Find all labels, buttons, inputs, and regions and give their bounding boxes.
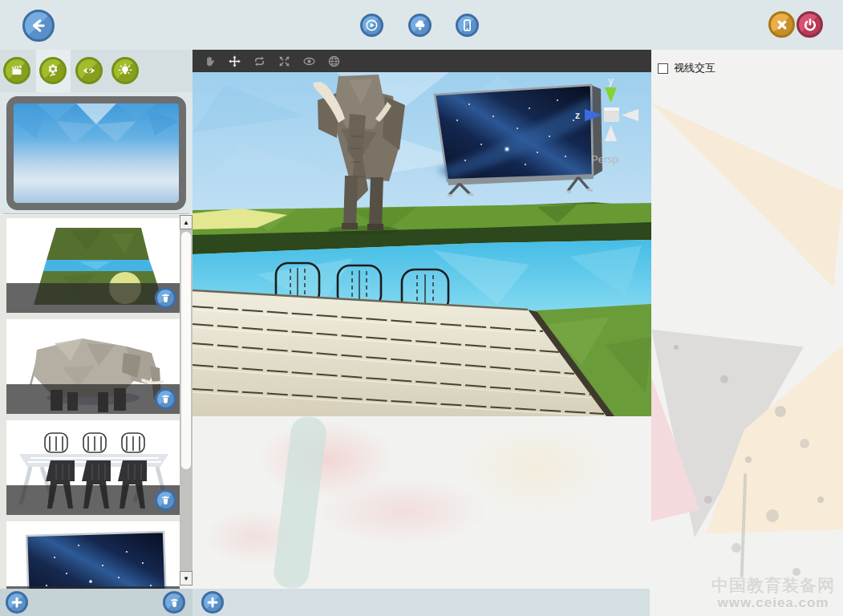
scene-thumbnail-sky[interactable] [6, 96, 186, 210]
asset-overlay-band [6, 283, 180, 313]
play-icon [365, 18, 379, 32]
mobile-preview-button[interactable] [456, 14, 479, 37]
add-asset-button[interactable] [6, 591, 28, 614]
gizmo-z-label: z [575, 110, 580, 121]
tv-thumbnail [6, 521, 180, 589]
flower-icon [44, 62, 62, 79]
viewport-toolbar [193, 50, 651, 72]
close-button[interactable] [768, 11, 795, 38]
trash-icon [160, 494, 172, 506]
tool-models-button[interactable] [39, 57, 67, 84]
cloud-upload-icon [413, 18, 427, 32]
gaze-interaction-label: 视线交互 [674, 61, 715, 75]
asset-overlay-band [6, 384, 180, 414]
visibility-eye-icon[interactable] [302, 54, 316, 68]
clapperboard-icon [8, 62, 26, 79]
trash-icon [160, 393, 172, 405]
asset-item-elephant[interactable] [6, 319, 180, 414]
gizmo-y-label: y [608, 75, 614, 87]
tool-scenes-button[interactable] [3, 57, 30, 84]
asset-item-tv[interactable] [6, 521, 180, 589]
sidebar-toolbar [0, 50, 193, 92]
trash-icon [160, 292, 172, 304]
eye-icon [80, 62, 98, 79]
back-arrow-icon [30, 18, 47, 34]
delete-terrain-button[interactable] [155, 287, 176, 309]
scroll-thumb[interactable] [180, 231, 192, 470]
bulb-icon [116, 62, 134, 79]
close-x-icon [775, 18, 789, 32]
asset-list-scrollbar: ▲ ▼ [180, 215, 193, 586]
delete-all-button[interactable] [163, 591, 185, 614]
mobile-device-icon [460, 18, 474, 32]
bottom-bar-sidebar [0, 589, 193, 616]
scroll-down-button[interactable]: ▼ [180, 571, 193, 586]
play-preview-button[interactable] [360, 14, 383, 37]
gaze-interaction-checkbox[interactable] [658, 63, 668, 74]
scene-thumbnail-section [0, 92, 193, 214]
tv-model[interactable] [435, 85, 602, 196]
gaze-interaction-row: 视线交互 [658, 61, 715, 75]
scroll-up-button[interactable]: ▲ [180, 215, 193, 229]
tool-lighting-button[interactable] [111, 57, 139, 84]
right-panel: 视线交互 [651, 50, 843, 616]
delete-elephant-button[interactable] [155, 388, 176, 410]
delete-table-button[interactable] [155, 489, 176, 511]
cloud-sync-button[interactable] [408, 14, 432, 37]
asset-item-table[interactable] [6, 420, 180, 515]
power-icon [803, 18, 817, 32]
back-button[interactable] [22, 10, 55, 42]
globe-icon[interactable] [326, 54, 341, 68]
asset-item-terrain[interactable] [6, 218, 180, 313]
hand-tool-icon[interactable] [202, 54, 217, 68]
bg-splatter [201, 416, 650, 589]
asset-list [0, 215, 180, 589]
power-button[interactable] [796, 11, 823, 38]
move-tool-icon[interactable] [227, 54, 241, 68]
gizmo-perspective-label[interactable]: Persp [591, 153, 618, 165]
top-bar [0, 0, 843, 50]
lowpoly-sky-image [14, 103, 179, 203]
rotate-tool-icon[interactable] [252, 54, 266, 68]
plus-icon [206, 596, 219, 609]
sidebar-divider [3, 213, 189, 214]
asset-overlay-band [6, 485, 180, 515]
scale-tool-icon[interactable] [277, 54, 291, 68]
tool-preview-button[interactable] [75, 57, 103, 84]
scene-canvas[interactable]: y z Persp [193, 72, 651, 416]
viewport: y z Persp [193, 50, 651, 416]
trash-icon [168, 597, 180, 609]
vr-scene-editor: ▲ ▼ [0, 0, 843, 616]
plus-icon [10, 596, 23, 609]
bottom-bar-viewport [193, 589, 650, 616]
add-object-button[interactable] [201, 591, 224, 614]
